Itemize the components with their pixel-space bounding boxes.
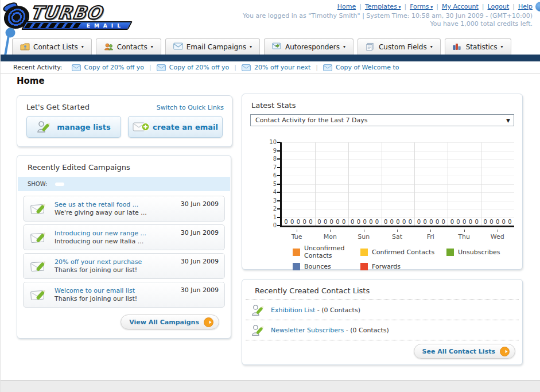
- chart-group-separator: [481, 142, 481, 226]
- recent-activity-item: Copy of 20% off yo: [157, 64, 242, 71]
- chart-value-label: 0: [490, 219, 493, 225]
- legend-swatch: [360, 263, 368, 270]
- recent-activity-item: Copy of 20% off yo: [72, 64, 157, 71]
- see-all-contact-lists-label: See All Contact Lists: [422, 348, 495, 355]
- nav-tab-icon: [104, 42, 114, 51]
- chart-value-label: 0: [297, 219, 300, 225]
- top-nav-link[interactable]: Templates ▾: [365, 3, 401, 10]
- recent-activity-item: Copy of Welcome to: [323, 64, 399, 71]
- chart-value-label: 0: [390, 219, 394, 225]
- legend-swatch: [446, 249, 454, 256]
- recent-activity-link[interactable]: Copy of 20% off yo: [84, 64, 145, 71]
- campaign-title-link[interactable]: 20% off your next purchase: [55, 258, 181, 266]
- campaign-list-item[interactable]: See us at the retail food ... We're givi…: [23, 196, 225, 222]
- chart-x-label: Thu: [447, 230, 480, 240]
- switch-quick-links[interactable]: Switch to Quick Links: [157, 104, 224, 111]
- logo-email-bar: EMAIL: [21, 21, 133, 30]
- edit-list-icon: [251, 323, 265, 337]
- see-all-contact-lists-button[interactable]: See All Contact Lists: [414, 344, 515, 359]
- chart-value-label: 0: [302, 219, 306, 225]
- recent-activity-items: Copy of 20% off yo Copy of 20% off yo 20…: [72, 64, 399, 71]
- top-nav-links: Home ▾Templates ▾Forms ▾My Account ▾Logo…: [337, 3, 533, 10]
- nav-tab-icon: [453, 42, 463, 51]
- campaign-list-item[interactable]: 20% off your next purchase Thanks for jo…: [23, 253, 225, 279]
- chart-value-label: 0: [396, 219, 399, 225]
- campaign-title-link[interactable]: See us at the retail food ...: [55, 201, 181, 209]
- campaign-list-item[interactable]: Introducing our new range ... Introducin…: [23, 224, 225, 250]
- chart-legend: Unconfirmed ContactsConfirmed ContactsUn…: [293, 244, 521, 270]
- contact-list-item: Exhibition List - (0 Contacts): [246, 300, 519, 320]
- contact-lists-title: Recently Created Contact Lists: [246, 280, 519, 300]
- button-icon: [133, 121, 147, 133]
- legend-label: Unconfirmed Contacts: [304, 244, 360, 259]
- envelope-icon: [157, 64, 166, 71]
- campaign-title-link[interactable]: Welcome to our email list: [55, 287, 181, 295]
- recent-activity-bar: Recent Activity: Copy of 20% off yo Copy…: [1, 61, 540, 74]
- get-started-button[interactable]: manage lists: [26, 116, 121, 138]
- chart-value-label: 0: [450, 219, 454, 225]
- chart-value-label: 0: [423, 219, 426, 225]
- chart-value-label: 0: [290, 219, 294, 225]
- chart-value-label: 0: [330, 219, 333, 225]
- chart-value-label: 0: [463, 219, 466, 225]
- campaign-edit-icon: [30, 259, 48, 274]
- view-all-campaigns-button[interactable]: View All Campaigns: [121, 315, 219, 329]
- chart-value-group: 00000: [348, 219, 382, 225]
- contact-list-count: (0 Contacts): [350, 327, 389, 334]
- campaign-list-item[interactable]: Welcome to our email list Thanks for joi…: [23, 282, 225, 308]
- chart-value-label: 0: [363, 219, 366, 225]
- recent-activity-link[interactable]: Copy of Welcome to: [336, 64, 399, 71]
- campaign-filter-tabs: [55, 183, 92, 186]
- legend-item: Unsubscribes: [446, 244, 521, 259]
- top-nav-link[interactable]: Forms ▾: [410, 3, 433, 10]
- contact-lists-panel: Recently Created Contact Lists Exhibitio…: [242, 279, 523, 365]
- campaign-filter-tab[interactable]: [55, 183, 64, 186]
- chart-value-label: 0: [351, 219, 354, 225]
- legend-swatch: [360, 249, 368, 256]
- chevron-down-icon: ▾: [429, 5, 433, 10]
- top-nav-link[interactable]: Help ▾: [518, 3, 533, 10]
- get-started-buttons: manage lists create an email: [17, 116, 232, 138]
- chart-value-label: 0: [456, 219, 460, 225]
- chart-value-label: 0: [336, 219, 339, 225]
- nav-tab[interactable]: Custom Fields ▾: [358, 38, 441, 55]
- chart-value-label: 0: [496, 219, 499, 225]
- campaign-title-link[interactable]: Introducing our new range ...: [55, 230, 181, 238]
- get-started-button[interactable]: create an email: [128, 116, 223, 138]
- recent-activity-link[interactable]: 20% off your next: [254, 64, 310, 71]
- latest-stats-panel: Latest Stats Contact Activity for the La…: [242, 94, 523, 270]
- chevron-down-icon: ▾: [430, 44, 433, 49]
- show-label: SHOW:: [28, 181, 47, 187]
- turbo-email-logo[interactable]: TURBO EMAIL: [4, 2, 139, 32]
- nav-tab[interactable]: Contacts ▾: [96, 38, 161, 55]
- nav-tab-label: Autoresponders: [285, 43, 340, 51]
- chart-value-label: 0: [429, 219, 433, 225]
- recent-activity-item: 20% off your next: [242, 64, 323, 71]
- campaign-list: See us at the retail food ... We're givi…: [17, 191, 231, 308]
- nav-tab[interactable]: Statistics ▾: [445, 38, 511, 55]
- chart-value-group: 00000: [448, 219, 481, 225]
- nav-tab[interactable]: Autoresponders ▾: [264, 38, 353, 55]
- blue-ball-decoration: [535, 2, 540, 11]
- contact-list-sep: -: [346, 327, 348, 334]
- chevron-down-icon: ▾: [81, 44, 84, 49]
- campaign-edit-icon: [30, 230, 48, 245]
- contact-list-count: (0 Contacts): [321, 306, 360, 314]
- chevron-down-icon: ▾: [397, 5, 401, 10]
- nav-tab[interactable]: Contact Lists ▾: [12, 38, 92, 55]
- chart-value-label: 0: [369, 219, 372, 225]
- stats-period-dropdown[interactable]: Contact Activity for the Last 7 Days ▼: [250, 114, 514, 126]
- top-nav-link[interactable]: My Account ▾: [442, 3, 479, 10]
- contact-list-link[interactable]: Newsletter Subscribers: [271, 327, 344, 334]
- campaign-date: 30 Jun 2009: [181, 200, 219, 208]
- chart-value-label: 0: [502, 219, 506, 225]
- recent-activity-link[interactable]: Copy of 20% off yo: [169, 64, 230, 71]
- contact-list-link[interactable]: Exhibition List: [271, 306, 315, 314]
- campaigns-title: Recently Edited Campaigns: [17, 156, 231, 177]
- top-nav-link[interactable]: Home ▾: [337, 3, 356, 10]
- top-nav-link[interactable]: Logout ▾: [488, 3, 510, 10]
- chart-x-label: Sat: [380, 230, 414, 240]
- nav-tab[interactable]: Email Campaigns ▾: [165, 38, 260, 55]
- chart-value-group: 00000: [382, 219, 415, 225]
- edit-list-icon: [251, 303, 265, 317]
